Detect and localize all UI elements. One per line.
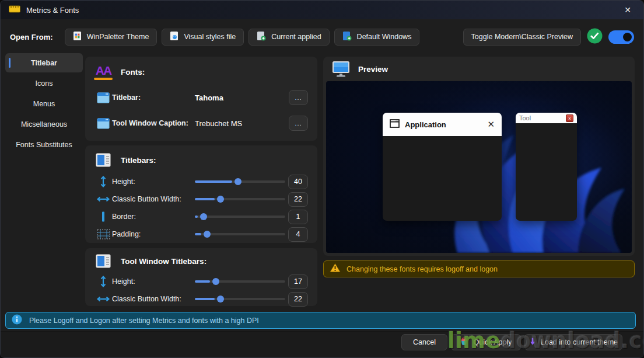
default-windows-file-icon [342,31,352,43]
height-arrows-icon [94,275,112,288]
button-label: Cancel [413,338,436,346]
toggle-preview-mode-button[interactable]: Toggle Modern\Classic Preview [463,29,581,46]
close-icon[interactable]: ✕ [620,2,635,18]
border-slider[interactable] [195,211,285,222]
sidebar-item-label: Icons [36,79,53,88]
tool-classic-button-width-slider[interactable] [195,294,285,304]
warning-text: Changing these fonts requires logoff and… [346,265,498,273]
sidebar-item-fonts-substitutes[interactable]: Fonts Substitutes [5,135,83,154]
sidebar-item-label: Micsellaneous [21,120,67,128]
quick-apply-button[interactable]: Quick Apply [451,334,521,350]
classic-button-width-label: Classic Button Width: [112,195,195,203]
tool-height-label: Height: [112,277,195,286]
window-icon [94,92,112,103]
preview-tool-body [516,123,577,221]
current-applied-file-icon [257,31,266,43]
fonts-icon: AA [94,64,112,80]
fonts-card-title: Fonts: [121,68,145,77]
titlebars-card: Titlebars: Height: 40 Classic Button Wid… [85,145,317,243]
window-title: Metrics & Fonts [26,6,79,15]
tool-classic-button-width-value[interactable]: 22 [288,292,308,307]
preview-title: Preview [358,65,388,74]
ruler-icon [9,5,20,15]
padding-label: Padding: [112,230,195,238]
classic-button-width-slider[interactable] [195,194,285,204]
slider-thumb[interactable] [217,296,224,303]
preview-application-window: Application ✕ [383,113,502,221]
sidebar-item-icons[interactable]: Icons [5,74,83,93]
height-slider[interactable] [195,176,285,187]
button-label: Load into current theme [541,338,618,346]
open-winpaletter-theme-button[interactable]: WinPaletter Theme [65,29,158,46]
sidebar-item-titlebar[interactable]: Titlebar [5,53,83,72]
button-label: Quick Apply [473,338,512,346]
button-label: WinPaletter Theme [87,33,149,41]
open-from-toolbar: Open From: WinPaletter Theme Visual styl… [1,24,643,50]
tool-window-caption-font-label: Tool Window Caption: [112,119,195,127]
slider-thumb[interactable] [235,178,242,185]
preview-application-titlebar: Application ✕ [383,113,502,136]
titlebar-font-value: Tahoma [195,93,289,102]
height-label: Height: [112,178,195,186]
winpaletter-theme-file-icon [73,31,82,43]
border-value[interactable]: 1 [288,210,308,224]
info-text: Please Logoff and Logon after setting Me… [29,317,259,325]
sidebar-item-label: Menus [33,100,55,108]
tool-window-titlebars-card: Tool Window Titlebars: Height: 17 Classi… [85,248,317,306]
cancel-button[interactable]: Cancel [401,334,447,350]
height-value[interactable]: 40 [288,175,308,189]
preview-application-close-icon: ✕ [487,119,495,130]
check-circle-icon [587,28,603,46]
titlebars-card-title: Titlebars: [121,156,156,165]
warning-banner: Changing these fonts requires logoff and… [323,260,635,277]
titlebars-card-icon [94,153,112,167]
titlebar-font-label: Titlebar: [112,93,195,102]
preview-application-body [383,136,502,221]
application-window-icon [390,119,400,130]
fonts-card: AA Fonts: Titlebar: Tahoma ... Tool Wind… [85,57,317,141]
open-default-windows-button[interactable]: Default Windows [334,29,420,46]
window-icon [94,118,112,129]
preview-wallpaper: Application ✕ Tool x [326,81,632,253]
slider-track[interactable] [195,216,285,218]
slider-thumb[interactable] [212,278,219,285]
width-arrows-icon [94,196,112,203]
preview-panel: Preview [323,57,635,256]
sidebar-item-menus[interactable]: Menus [5,94,83,113]
padding-slider[interactable] [195,229,285,239]
down-arrow-icon [529,337,536,347]
open-from-label: Open From: [10,33,53,41]
classic-button-width-value[interactable]: 22 [288,192,308,207]
slider-thumb[interactable] [204,231,211,238]
tool-height-value[interactable]: 17 [288,274,308,289]
info-banner: Please Logoff and Logon after setting Me… [5,312,636,329]
width-arrows-icon [94,296,112,303]
open-visual-styles-file-button[interactable]: Visual styles file [162,29,244,46]
titlebar-font-browse-button[interactable]: ... [289,90,308,105]
visual-styles-file-icon [170,31,178,43]
window-titlebar: Metrics & Fonts ✕ [1,1,643,19]
slider-thumb[interactable] [217,196,224,203]
preview-tool-title: Tool [519,114,531,121]
border-label: Border: [112,213,195,221]
tool-window-caption-font-value: Trebuchet MS [195,119,289,128]
tool-window-caption-font-browse-button[interactable]: ... [289,116,308,131]
tool-height-slider[interactable] [195,276,285,287]
tool-classic-button-width-label: Classic Button Width: [112,295,195,303]
load-into-current-theme-button[interactable]: Load into current theme [524,334,622,350]
paint-bucket-icon [460,337,468,347]
button-label: Current applied [271,33,321,41]
toggle-knob [623,33,632,41]
sidebar-item-micsellaneous[interactable]: Micsellaneous [5,114,83,134]
open-current-applied-button[interactable]: Current applied [249,29,329,46]
padding-value[interactable]: 4 [288,227,308,242]
height-arrows-icon [94,175,112,188]
preview-toggle-switch[interactable] [608,30,634,44]
button-label: Toggle Modern\Classic Preview [471,33,573,41]
button-label: Default Windows [357,33,412,41]
metrics-and-fonts-window: Metrics & Fonts ✕ Open From: WinPaletter… [0,0,644,358]
slider-thumb[interactable] [200,213,207,220]
button-label: Visual styles file [184,33,236,41]
monitor-icon [332,61,349,77]
preview-tool-titlebar: Tool x [516,113,577,123]
